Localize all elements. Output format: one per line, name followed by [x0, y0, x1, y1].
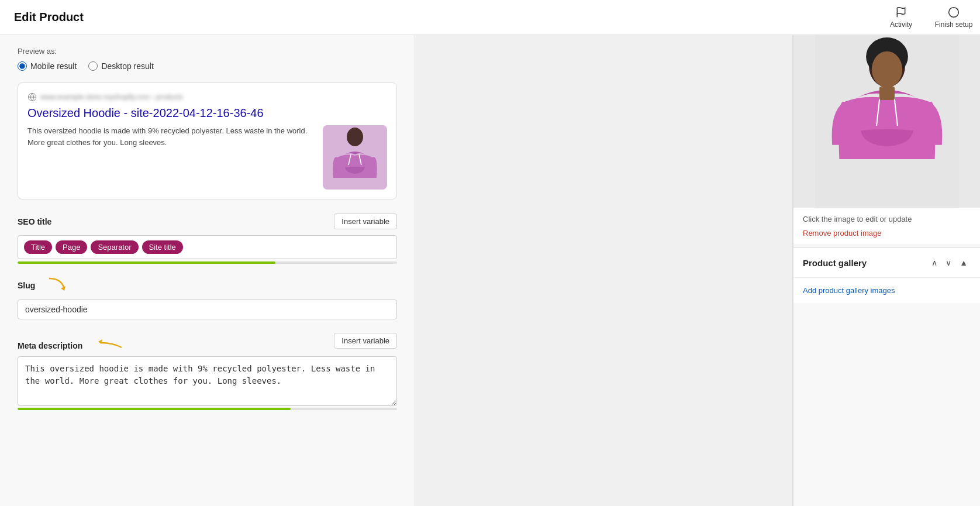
product-gallery-section: Product gallery ∧ ∨ ▲ Add product galler… — [793, 247, 980, 303]
slug-label: Slug — [18, 276, 397, 295]
middle-spacer — [415, 35, 792, 506]
preview-thumbnail — [323, 125, 387, 190]
meta-arrow-annotation — [89, 331, 130, 350]
mobile-radio[interactable] — [18, 61, 27, 71]
gallery-down-button[interactable]: ∨ — [943, 256, 954, 269]
product-gallery-title: Product gallery — [803, 258, 867, 268]
preview-radio-group: Mobile result Desktop result — [18, 61, 397, 71]
seo-tag-title[interactable]: Title — [24, 240, 52, 254]
arrow-down-left-icon — [43, 276, 73, 293]
remove-product-image-link[interactable]: Remove product image — [803, 229, 881, 237]
chevron-down-icon: ∨ — [946, 258, 951, 267]
right-panel: Click the image to edit or update Remove… — [793, 35, 980, 506]
seo-tags-input[interactable]: Title Page Separator Site title — [18, 235, 397, 259]
preview-title[interactable]: Oversized Hoodie - site-2022-04-12-16-36… — [27, 105, 387, 121]
header-actions: Activity Finish setup — [875, 0, 980, 35]
meta-section: Meta description Insert variable This ov… — [18, 331, 397, 410]
seo-tag-separator[interactable]: Separator — [91, 240, 138, 254]
meta-description-label: Meta description — [18, 331, 130, 350]
desktop-radio[interactable] — [88, 61, 98, 71]
finish-setup-button[interactable]: Finish setup — [927, 0, 980, 35]
click-to-edit-text: Click the image to edit or update — [803, 215, 971, 223]
meta-description-progress-bar — [18, 408, 397, 410]
seo-title-progress-fill — [18, 261, 275, 264]
svg-point-1 — [949, 8, 959, 18]
svg-point-14 — [871, 51, 902, 88]
chevron-up-icon: ∧ — [931, 258, 937, 267]
seo-title-header: SEO title Insert variable — [18, 214, 397, 229]
caret-up-icon: ▲ — [960, 258, 968, 267]
page-title: Edit Product — [14, 11, 84, 24]
add-gallery-images-link[interactable]: Add product gallery images — [793, 278, 980, 303]
arrow-right-up-icon — [89, 331, 130, 349]
product-image-container[interactable] — [793, 35, 980, 208]
svg-point-5 — [347, 128, 363, 146]
hoodie-thumbnail-svg — [323, 125, 387, 190]
slug-section: Slug — [18, 276, 397, 319]
left-panel: Preview as: Mobile result Desktop result… — [0, 35, 415, 506]
meta-description-textarea[interactable]: This oversized hoodie is made with 9% re… — [18, 356, 397, 406]
globe-icon — [27, 92, 37, 102]
slug-arrow-annotation — [43, 276, 73, 295]
activity-button[interactable]: Activity — [875, 0, 927, 35]
header: Edit Product Activity Finish setup — [0, 0, 980, 35]
seo-tag-page[interactable]: Page — [56, 240, 87, 254]
svg-rect-17 — [879, 87, 894, 100]
meta-description-header: Meta description Insert variable — [18, 331, 397, 350]
preview-label: Preview as: — [18, 47, 397, 56]
main-layout: Preview as: Mobile result Desktop result… — [0, 35, 980, 506]
meta-description-progress-fill — [18, 408, 291, 410]
gallery-controls: ∧ ∨ ▲ — [929, 256, 971, 269]
gallery-up-button[interactable]: ∧ — [929, 256, 940, 269]
google-preview-card: www.example-store.myshopify.com › produc… — [18, 82, 397, 199]
flag-icon — [895, 6, 907, 18]
product-image-actions: Click the image to edit or update Remove… — [793, 208, 980, 245]
desktop-radio-label[interactable]: Desktop result — [88, 61, 153, 71]
product-gallery-header: Product gallery ∧ ∨ ▲ — [793, 248, 980, 278]
preview-body: This oversized hoodie is made with 9% re… — [27, 125, 387, 190]
seo-tag-site-title[interactable]: Site title — [142, 240, 183, 254]
gallery-collapse-button[interactable]: ▲ — [957, 256, 971, 269]
seo-title-progress-bar — [18, 261, 397, 264]
circle-icon — [948, 6, 960, 18]
preview-description: This oversized hoodie is made with 9% re… — [27, 125, 316, 190]
preview-url-row: www.example-store.myshopify.com › produc… — [27, 92, 387, 102]
product-image-section: Click the image to edit or update Remove… — [793, 35, 980, 245]
slug-input[interactable] — [18, 300, 397, 319]
preview-url: www.example-store.myshopify.com › produc… — [40, 93, 183, 101]
seo-insert-variable-button[interactable]: Insert variable — [334, 214, 397, 229]
meta-insert-variable-button[interactable]: Insert variable — [334, 333, 397, 349]
mobile-radio-label[interactable]: Mobile result — [18, 61, 77, 71]
seo-title-label: SEO title — [18, 217, 51, 226]
product-image-svg — [799, 35, 975, 208]
